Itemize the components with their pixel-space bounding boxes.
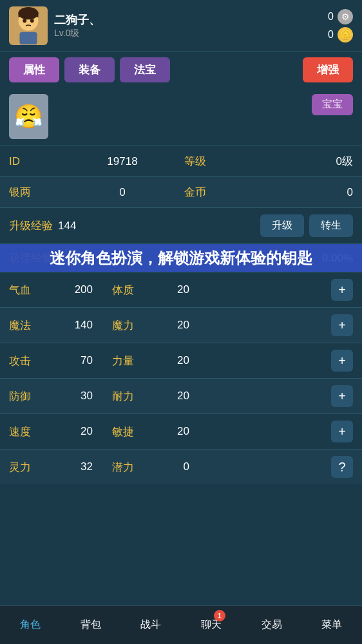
spd-value: 20 [54, 425, 93, 438]
header-left: 二狗子、 Lv.0级 [9, 6, 100, 45]
silver-row: 0 ⚙ [328, 9, 353, 24]
avatar [9, 6, 48, 45]
silver-icon: ⚙ [338, 9, 353, 24]
stats-table: ID 19718 等级 0级 银两 0 金币 0 升级经验 144 升级 转生 … [0, 146, 362, 484]
player-name: 二狗子、 [54, 12, 100, 28]
id-row: ID 19718 等级 0级 [0, 146, 362, 176]
nav-bag[interactable]: 背包 [61, 606, 121, 644]
id-label: ID [9, 155, 61, 168]
tab-enhance[interactable]: 增强 [303, 57, 353, 82]
nav-trade-label: 交易 [262, 618, 282, 632]
pot-label: 潜力 [112, 460, 157, 475]
pot-value: 0 [157, 460, 189, 473]
tab-magic[interactable]: 法宝 [120, 57, 170, 82]
svg-point-5 [30, 19, 34, 23]
str-value: 20 [157, 354, 189, 367]
def-value: 30 [54, 390, 93, 402]
gold-stat-value: 0 [229, 186, 353, 199]
spd-label: 速度 [9, 424, 54, 439]
spr-row: 灵力 32 潜力 0 ? [0, 449, 362, 484]
tab-attr[interactable]: 属性 [9, 57, 59, 82]
mp-value: 140 [54, 319, 93, 332]
mf-value: 20 [157, 319, 189, 332]
silver-gold-row: 银两 0 金币 0 [0, 176, 362, 207]
pot-question-button[interactable]: ? [331, 456, 353, 478]
spr-value: 32 [54, 460, 93, 473]
mp-row: 魔法 140 魔力 20 + [0, 307, 362, 343]
str-label: 力量 [112, 354, 157, 368]
level-value: 0级 [229, 154, 353, 169]
end-value: 20 [157, 390, 189, 402]
end-add-button[interactable]: + [331, 385, 353, 407]
gold-count: 0 [328, 29, 334, 41]
nav-char[interactable]: 角色 [0, 606, 61, 644]
mp-label: 魔法 [9, 318, 54, 333]
end-label: 耐力 [112, 389, 157, 404]
agi-label: 敏捷 [112, 424, 157, 439]
nav-menu[interactable]: 菜单 [301, 606, 362, 644]
header: 二狗子、 Lv.0级 0 ⚙ 0 🪙 [0, 0, 362, 52]
svg-point-4 [23, 19, 26, 23]
atk-row: 攻击 70 力量 20 + [0, 343, 362, 378]
def-label: 防御 [9, 389, 54, 404]
gold-icon: 🪙 [338, 27, 353, 43]
nav-bag-label: 背包 [81, 618, 101, 632]
silver-count: 0 [328, 11, 334, 23]
nav-trade[interactable]: 交易 [242, 606, 302, 644]
con-add-button[interactable]: + [331, 279, 353, 301]
mf-label: 魔力 [112, 318, 157, 333]
baby-button[interactable]: 宝宝 [312, 94, 353, 115]
str-add-button[interactable]: + [331, 350, 353, 372]
nav-chat[interactable]: 1 聊天 [181, 606, 242, 644]
agi-value: 20 [157, 425, 189, 438]
upgrade-exp-value: 144 [58, 220, 260, 232]
nav-menu-label: 菜单 [321, 618, 342, 632]
id-value: 19718 [61, 155, 184, 168]
player-info: 二狗子、 Lv.0级 [54, 12, 100, 39]
def-row: 防御 30 耐力 20 + [0, 378, 362, 413]
silver-label: 银两 [9, 185, 61, 200]
pet-avatar: 😤 [9, 94, 48, 139]
silver-stat-value: 0 [61, 186, 184, 199]
hp-label: 气血 [9, 283, 54, 298]
tab-equip[interactable]: 装备 [64, 57, 115, 82]
pet-section: 😤 宝宝 [0, 88, 362, 146]
header-right: 0 ⚙ 0 🪙 [328, 9, 353, 43]
nav-combat[interactable]: 战斗 [120, 606, 181, 644]
mf-add-button[interactable]: + [331, 314, 353, 336]
tab-bar: 属性 装备 法宝 增强 [0, 52, 362, 88]
chat-badge: 1 [214, 610, 225, 621]
spd-row: 速度 20 敏捷 20 + [0, 413, 362, 449]
nav-char-label: 角色 [20, 618, 41, 632]
rebirth-button[interactable]: 转生 [309, 214, 353, 237]
banner-text: 迷你角色扮演，解锁游戏新体验的钥匙 [37, 237, 325, 279]
promo-banner: 迷你角色扮演，解锁游戏新体验的钥匙 [0, 244, 362, 272]
con-label: 体质 [112, 283, 157, 298]
upgrade-exp-label: 升级经验 [9, 218, 53, 233]
svg-rect-3 [19, 12, 39, 17]
svg-rect-8 [19, 32, 37, 44]
hp-value: 200 [54, 283, 93, 296]
atk-label: 攻击 [9, 354, 54, 368]
banner-overlay: 获得经验 0 0.00% 迷你角色扮演，解锁游戏新体验的钥匙 [0, 243, 362, 272]
con-value: 20 [157, 283, 189, 296]
agi-add-button[interactable]: + [331, 421, 353, 442]
player-level: Lv.0级 [54, 28, 100, 39]
spr-label: 灵力 [9, 460, 54, 475]
atk-value: 70 [54, 354, 93, 367]
level-label: 等级 [184, 154, 229, 169]
gold-label: 金币 [184, 185, 229, 200]
nav-combat-label: 战斗 [140, 618, 161, 632]
bottom-nav: 角色 背包 战斗 1 聊天 交易 菜单 [0, 605, 362, 644]
pet-top: 宝宝 [55, 94, 353, 115]
upgrade-button[interactable]: 升级 [260, 214, 304, 237]
gold-row: 0 🪙 [328, 27, 353, 43]
